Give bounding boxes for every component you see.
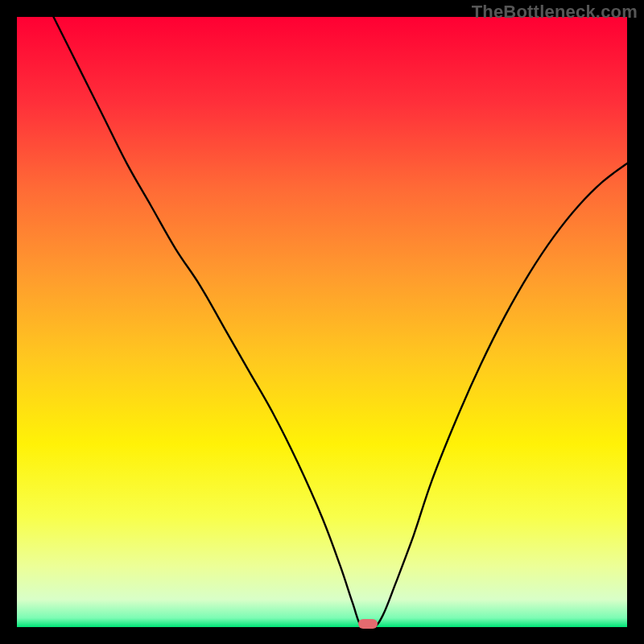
chart-frame: TheBottleneck.com: [0, 0, 644, 644]
gradient-background: [17, 17, 627, 627]
bottleneck-plot: [17, 17, 627, 627]
watermark-text: TheBottleneck.com: [472, 2, 638, 23]
optimum-marker: [358, 619, 378, 629]
